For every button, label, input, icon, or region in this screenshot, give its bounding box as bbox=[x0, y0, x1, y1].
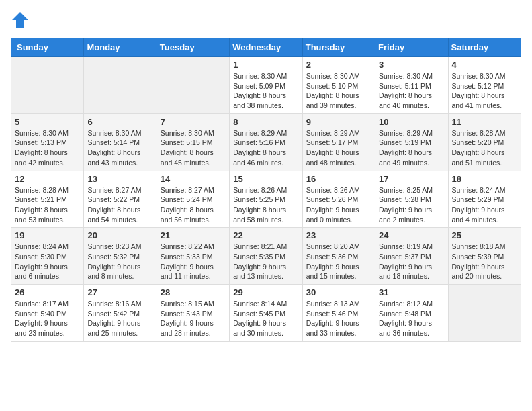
calendar-table: SundayMondayTuesdayWednesdayThursdayFrid… bbox=[11, 38, 521, 342]
calendar-cell bbox=[84, 57, 157, 114]
calendar-cell: 19Sunrise: 8:24 AM Sunset: 5:30 PM Dayli… bbox=[11, 228, 84, 285]
day-info: Sunrise: 8:28 AM Sunset: 5:21 PM Dayligh… bbox=[15, 185, 80, 225]
calendar-cell: 18Sunrise: 8:24 AM Sunset: 5:29 PM Dayli… bbox=[448, 171, 521, 228]
day-info: Sunrise: 8:12 AM Sunset: 5:48 PM Dayligh… bbox=[379, 299, 444, 338]
day-info: Sunrise: 8:15 AM Sunset: 5:43 PM Dayligh… bbox=[161, 299, 226, 338]
calendar-week-row: 26Sunrise: 8:17 AM Sunset: 5:40 PM Dayli… bbox=[11, 285, 521, 342]
day-info: Sunrise: 8:30 AM Sunset: 5:12 PM Dayligh… bbox=[452, 71, 517, 111]
day-number: 19 bbox=[15, 230, 80, 240]
calendar-cell: 1Sunrise: 8:30 AM Sunset: 5:09 PM Daylig… bbox=[230, 57, 302, 114]
day-number: 31 bbox=[379, 287, 444, 298]
calendar-cell bbox=[157, 57, 229, 114]
day-info: Sunrise: 8:14 AM Sunset: 5:45 PM Dayligh… bbox=[233, 299, 298, 338]
day-info: Sunrise: 8:22 AM Sunset: 5:33 PM Dayligh… bbox=[161, 242, 226, 281]
day-number: 17 bbox=[379, 174, 444, 184]
day-number: 26 bbox=[15, 287, 80, 298]
calendar-week-row: 19Sunrise: 8:24 AM Sunset: 5:30 PM Dayli… bbox=[11, 228, 521, 285]
calendar-cell: 26Sunrise: 8:17 AM Sunset: 5:40 PM Dayli… bbox=[11, 285, 84, 342]
calendar-cell: 2Sunrise: 8:30 AM Sunset: 5:10 PM Daylig… bbox=[302, 57, 375, 114]
day-number: 15 bbox=[233, 174, 298, 184]
day-number: 25 bbox=[452, 230, 517, 240]
day-number: 20 bbox=[87, 230, 152, 240]
calendar-cell: 30Sunrise: 8:13 AM Sunset: 5:46 PM Dayli… bbox=[302, 285, 375, 342]
calendar-cell: 5Sunrise: 8:30 AM Sunset: 5:13 PM Daylig… bbox=[11, 113, 84, 171]
day-number: 18 bbox=[452, 174, 517, 184]
weekday-header: Wednesday bbox=[230, 38, 302, 57]
calendar-cell: 23Sunrise: 8:20 AM Sunset: 5:36 PM Dayli… bbox=[302, 228, 375, 285]
day-number: 1 bbox=[233, 60, 298, 70]
weekday-header: Thursday bbox=[302, 38, 375, 57]
calendar-cell: 31Sunrise: 8:12 AM Sunset: 5:48 PM Dayli… bbox=[375, 285, 448, 342]
calendar-cell: 21Sunrise: 8:22 AM Sunset: 5:33 PM Dayli… bbox=[157, 228, 229, 285]
day-info: Sunrise: 8:30 AM Sunset: 5:15 PM Dayligh… bbox=[161, 128, 226, 168]
day-number: 8 bbox=[233, 117, 298, 127]
calendar-cell: 15Sunrise: 8:26 AM Sunset: 5:25 PM Dayli… bbox=[230, 171, 302, 228]
day-info: Sunrise: 8:21 AM Sunset: 5:35 PM Dayligh… bbox=[233, 242, 298, 281]
day-info: Sunrise: 8:30 AM Sunset: 5:09 PM Dayligh… bbox=[233, 71, 298, 111]
day-info: Sunrise: 8:29 AM Sunset: 5:17 PM Dayligh… bbox=[306, 128, 371, 168]
day-info: Sunrise: 8:13 AM Sunset: 5:46 PM Dayligh… bbox=[306, 299, 371, 338]
day-number: 13 bbox=[87, 174, 152, 184]
logo bbox=[11, 11, 32, 30]
day-info: Sunrise: 8:16 AM Sunset: 5:42 PM Dayligh… bbox=[87, 299, 152, 338]
day-info: Sunrise: 8:28 AM Sunset: 5:20 PM Dayligh… bbox=[452, 128, 517, 168]
page-header bbox=[11, 11, 521, 30]
calendar-week-row: 5Sunrise: 8:30 AM Sunset: 5:13 PM Daylig… bbox=[11, 113, 521, 171]
day-info: Sunrise: 8:27 AM Sunset: 5:24 PM Dayligh… bbox=[161, 185, 226, 225]
day-info: Sunrise: 8:23 AM Sunset: 5:32 PM Dayligh… bbox=[87, 242, 152, 281]
weekday-header: Friday bbox=[375, 38, 448, 57]
calendar-cell: 25Sunrise: 8:18 AM Sunset: 5:39 PM Dayli… bbox=[448, 228, 521, 285]
day-info: Sunrise: 8:30 AM Sunset: 5:14 PM Dayligh… bbox=[87, 128, 152, 168]
day-info: Sunrise: 8:30 AM Sunset: 5:13 PM Dayligh… bbox=[15, 128, 80, 168]
day-number: 16 bbox=[306, 174, 371, 184]
day-number: 3 bbox=[379, 60, 444, 70]
day-info: Sunrise: 8:30 AM Sunset: 5:11 PM Dayligh… bbox=[379, 71, 444, 111]
day-number: 27 bbox=[87, 287, 152, 298]
day-info: Sunrise: 8:29 AM Sunset: 5:19 PM Dayligh… bbox=[379, 128, 444, 168]
calendar-cell bbox=[11, 57, 84, 114]
calendar-cell: 14Sunrise: 8:27 AM Sunset: 5:24 PM Dayli… bbox=[157, 171, 229, 228]
day-info: Sunrise: 8:29 AM Sunset: 5:16 PM Dayligh… bbox=[233, 128, 298, 168]
logo-icon bbox=[11, 11, 30, 30]
calendar-cell: 11Sunrise: 8:28 AM Sunset: 5:20 PM Dayli… bbox=[448, 113, 521, 171]
day-info: Sunrise: 8:30 AM Sunset: 5:10 PM Dayligh… bbox=[306, 71, 371, 111]
day-info: Sunrise: 8:19 AM Sunset: 5:37 PM Dayligh… bbox=[379, 242, 444, 281]
calendar-cell: 10Sunrise: 8:29 AM Sunset: 5:19 PM Dayli… bbox=[375, 113, 448, 171]
calendar-cell: 9Sunrise: 8:29 AM Sunset: 5:17 PM Daylig… bbox=[302, 113, 375, 171]
calendar-week-row: 1Sunrise: 8:30 AM Sunset: 5:09 PM Daylig… bbox=[11, 57, 521, 114]
calendar-cell: 28Sunrise: 8:15 AM Sunset: 5:43 PM Dayli… bbox=[157, 285, 229, 342]
day-info: Sunrise: 8:24 AM Sunset: 5:30 PM Dayligh… bbox=[15, 242, 80, 281]
day-number: 7 bbox=[161, 117, 226, 127]
day-number: 11 bbox=[452, 117, 517, 127]
day-number: 2 bbox=[306, 60, 371, 70]
weekday-header: Sunday bbox=[11, 38, 84, 57]
calendar-cell bbox=[448, 285, 521, 342]
day-number: 28 bbox=[161, 287, 226, 298]
calendar-cell: 17Sunrise: 8:25 AM Sunset: 5:28 PM Dayli… bbox=[375, 171, 448, 228]
day-number: 12 bbox=[15, 174, 80, 184]
day-number: 9 bbox=[306, 117, 371, 127]
calendar-header-row: SundayMondayTuesdayWednesdayThursdayFrid… bbox=[11, 38, 521, 57]
calendar-cell: 22Sunrise: 8:21 AM Sunset: 5:35 PM Dayli… bbox=[230, 228, 302, 285]
calendar-week-row: 12Sunrise: 8:28 AM Sunset: 5:21 PM Dayli… bbox=[11, 171, 521, 228]
day-info: Sunrise: 8:26 AM Sunset: 5:25 PM Dayligh… bbox=[233, 185, 298, 225]
calendar-cell: 29Sunrise: 8:14 AM Sunset: 5:45 PM Dayli… bbox=[230, 285, 302, 342]
calendar-cell: 4Sunrise: 8:30 AM Sunset: 5:12 PM Daylig… bbox=[448, 57, 521, 114]
calendar-cell: 7Sunrise: 8:30 AM Sunset: 5:15 PM Daylig… bbox=[157, 113, 229, 171]
calendar-cell: 20Sunrise: 8:23 AM Sunset: 5:32 PM Dayli… bbox=[84, 228, 157, 285]
day-info: Sunrise: 8:20 AM Sunset: 5:36 PM Dayligh… bbox=[306, 242, 371, 281]
calendar-cell: 6Sunrise: 8:30 AM Sunset: 5:14 PM Daylig… bbox=[84, 113, 157, 171]
svg-marker-0 bbox=[12, 12, 28, 28]
day-number: 22 bbox=[233, 230, 298, 240]
weekday-header: Saturday bbox=[448, 38, 521, 57]
day-number: 30 bbox=[306, 287, 371, 298]
day-number: 6 bbox=[87, 117, 152, 127]
day-info: Sunrise: 8:27 AM Sunset: 5:22 PM Dayligh… bbox=[87, 185, 152, 225]
day-number: 29 bbox=[233, 287, 298, 298]
day-info: Sunrise: 8:18 AM Sunset: 5:39 PM Dayligh… bbox=[452, 242, 517, 281]
calendar-cell: 13Sunrise: 8:27 AM Sunset: 5:22 PM Dayli… bbox=[84, 171, 157, 228]
calendar-cell: 27Sunrise: 8:16 AM Sunset: 5:42 PM Dayli… bbox=[84, 285, 157, 342]
day-info: Sunrise: 8:24 AM Sunset: 5:29 PM Dayligh… bbox=[452, 185, 517, 225]
day-info: Sunrise: 8:17 AM Sunset: 5:40 PM Dayligh… bbox=[15, 299, 80, 338]
calendar-cell: 3Sunrise: 8:30 AM Sunset: 5:11 PM Daylig… bbox=[375, 57, 448, 114]
